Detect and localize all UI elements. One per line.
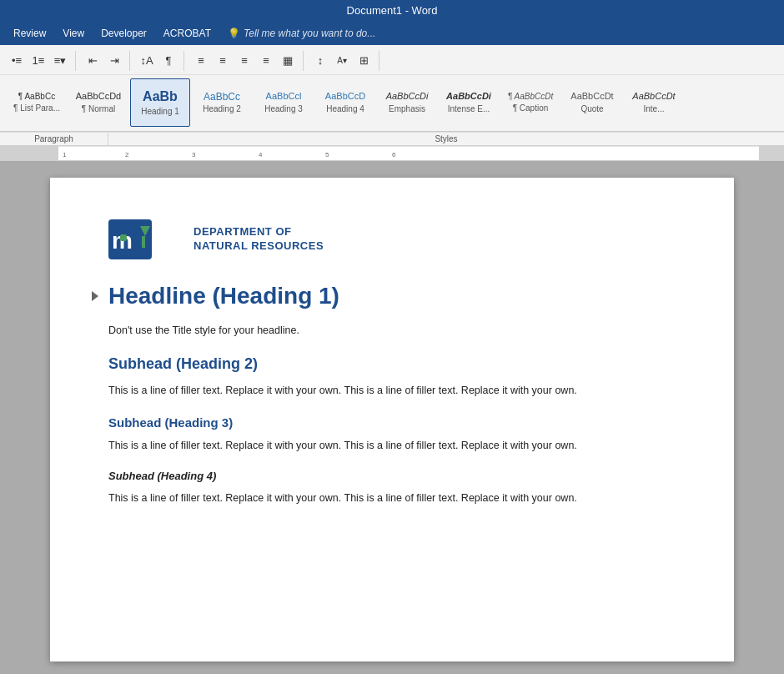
ruler-content: 1 2 3 4 5 6	[58, 146, 759, 160]
style-quote-label: Quote	[580, 104, 603, 113]
styles-label: Styles	[435, 133, 457, 145]
style-intense-e-label: Intense E...	[448, 104, 490, 113]
borders-btn[interactable]: ⊞	[354, 51, 374, 71]
style-heading2[interactable]: AaBbCc Heading 2	[192, 78, 252, 127]
ribbon: •≡ 1≡ ≡▾ ⇤ ⇥ ↕A ¶ ≡ ≡ ≡ ≡ ▦ ↕ A▾ ⊞ ¶ AaB…	[0, 45, 784, 146]
ribbon-toolbar: •≡ 1≡ ≡▾ ⇤ ⇥ ↕A ¶ ≡ ≡ ≡ ≡ ▦ ↕ A▾ ⊞	[0, 45, 784, 75]
logo-container: m DEPARTMENT OF NATURAL RESOURCES	[108, 219, 676, 259]
show-formatting-btn[interactable]: ¶	[158, 51, 178, 71]
svg-text:3: 3	[192, 151, 196, 158]
style-intense2-preview: AaBbCcDt	[632, 91, 675, 102]
column-btn[interactable]: ▦	[278, 51, 298, 71]
style-caption[interactable]: ¶ AaBbCcDt ¶ Caption	[500, 78, 560, 127]
menu-view[interactable]: View	[56, 25, 91, 42]
style-heading3-label: Heading 3	[264, 104, 303, 113]
svg-text:2: 2	[125, 151, 129, 158]
tell-me[interactable]: 💡 Tell me what you want to do...	[228, 28, 375, 39]
logo-line1: DEPARTMENT OF	[193, 225, 291, 238]
decrease-indent-btn[interactable]: ⇤	[83, 51, 103, 71]
style-caption-preview: ¶ AaBbCcDt	[508, 92, 553, 102]
document-body3: This is a line of filler text. Replace i…	[108, 438, 676, 454]
align-left-btn[interactable]: ≡	[191, 51, 211, 71]
increase-indent-btn[interactable]: ⇥	[104, 51, 124, 71]
style-emphasis-preview: AaBbCcDi	[386, 91, 429, 102]
align-center-btn[interactable]: ≡	[213, 51, 233, 71]
bullets-btn[interactable]: •≡	[7, 51, 27, 71]
style-intense2[interactable]: AaBbCcDt Inte...	[624, 78, 684, 127]
shading-btn[interactable]: A▾	[332, 51, 352, 71]
logo-icon: m	[108, 219, 182, 259]
title-bar: Document1 - Word	[0, 0, 784, 22]
document-body2: This is a line of filler text. Replace i…	[108, 383, 676, 399]
ruler-left-margin	[0, 146, 58, 160]
style-heading1[interactable]: AaBb Heading 1	[130, 78, 190, 127]
ruler: 1 2 3 4 5 6	[0, 146, 784, 161]
style-normal-preview: AaBbCcDd	[76, 91, 121, 102]
paragraph-label: Paragraph	[34, 133, 73, 145]
style-intense-e[interactable]: AaBbCcDi Intense E...	[439, 78, 499, 127]
document-heading1: Headline (Heading 1)	[108, 283, 676, 309]
style-caption-label: ¶ Caption	[513, 103, 549, 113]
menu-bar: Review View Developer ACROBAT 💡 Tell me …	[0, 22, 784, 45]
style-emphasis-label: Emphasis	[389, 104, 425, 113]
style-quote-preview: AaBbCcDt	[570, 91, 613, 102]
align-right-btn[interactable]: ≡	[234, 51, 254, 71]
svg-rect-11	[120, 234, 127, 241]
style-emphasis[interactable]: AaBbCcDi Emphasis	[377, 78, 437, 127]
svg-text:1: 1	[63, 151, 67, 158]
style-heading3[interactable]: AaBbCcl Heading 3	[254, 78, 314, 127]
style-heading4[interactable]: AaBbCcD Heading 4	[315, 78, 375, 127]
multilevel-btn[interactable]: ≡▾	[50, 51, 70, 71]
style-heading2-preview: AaBbCc	[204, 91, 240, 103]
style-list-para-preview: ¶ AaBbCc	[18, 92, 55, 102]
style-heading2-label: Heading 2	[203, 104, 241, 113]
style-normal-label: ¶ Normal	[82, 104, 115, 113]
style-list-para[interactable]: ¶ AaBbCc ¶ List Para...	[7, 78, 67, 127]
ruler-inner: 1 2 3 4 5 6	[0, 146, 784, 160]
document-heading3: Subhead (Heading 3)	[108, 415, 676, 430]
style-quote[interactable]: AaBbCcDt Quote	[562, 78, 622, 127]
style-list-para-label: ¶ List Para...	[13, 103, 60, 113]
mnr-logo-svg: m	[108, 219, 182, 259]
style-intense2-label: Inte...	[643, 104, 664, 113]
menu-acrobat[interactable]: ACROBAT	[157, 25, 218, 42]
logo-line2: NATURAL RESOURCES	[193, 239, 324, 252]
document-heading4: Subhead (Heading 4)	[108, 470, 676, 482]
svg-text:6: 6	[392, 151, 396, 158]
ruler-ticks: 1 2 3 4 5 6	[58, 146, 759, 161]
style-heading1-label: Heading 1	[141, 107, 179, 116]
svg-rect-10	[142, 236, 145, 248]
document-area: m DEPARTMENT OF NATURAL RESOURCES Headli…	[0, 161, 784, 674]
document-body1: Don't use the Title style for your headl…	[108, 323, 676, 339]
line-spacing-btn[interactable]: ↕	[310, 51, 330, 71]
lightbulb-icon: 💡	[228, 28, 240, 39]
logo-text: DEPARTMENT OF NATURAL RESOURCES	[193, 225, 324, 254]
style-normal[interactable]: AaBbCcDd ¶ Normal	[68, 78, 128, 127]
title-bar-text: Document1 - Word	[347, 4, 438, 17]
document-page: m DEPARTMENT OF NATURAL RESOURCES Headli…	[50, 178, 734, 661]
style-heading4-label: Heading 4	[326, 104, 364, 113]
menu-developer[interactable]: Developer	[94, 25, 153, 42]
menu-review[interactable]: Review	[7, 25, 53, 42]
numbering-btn[interactable]: 1≡	[28, 51, 48, 71]
sort-btn[interactable]: ↕A	[137, 51, 157, 71]
document-heading2: Subhead (Heading 2)	[108, 355, 676, 373]
styles-row: ¶ AaBbCc ¶ List Para... AaBbCcDd ¶ Norma…	[0, 75, 784, 132]
document-body4: This is a line of filler text. Replace i…	[108, 490, 676, 506]
style-intense-e-preview: AaBbCcDi	[446, 91, 491, 102]
ruler-right-margin	[759, 146, 784, 160]
justify-btn[interactable]: ≡	[256, 51, 276, 71]
style-heading4-preview: AaBbCcD	[325, 91, 365, 102]
style-heading1-preview: AaBb	[143, 88, 178, 104]
heading1-container: Headline (Heading 1)	[108, 283, 676, 309]
svg-text:5: 5	[325, 151, 329, 158]
style-heading3-preview: AaBbCcl	[266, 91, 302, 102]
svg-text:4: 4	[259, 151, 263, 158]
heading1-collapse-marker	[92, 291, 98, 301]
tell-me-text[interactable]: Tell me what you want to do...	[244, 28, 375, 39]
logo-section: m DEPARTMENT OF NATURAL RESOURCES	[108, 219, 676, 259]
